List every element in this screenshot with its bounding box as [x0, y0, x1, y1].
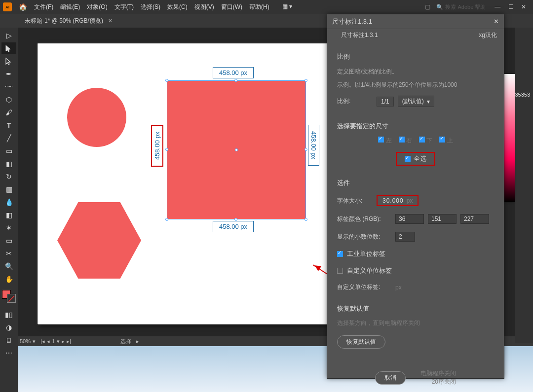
hand-tool[interactable]: ✋ [1, 273, 16, 285]
hexagon-shape[interactable] [57, 202, 141, 279]
chk-custom-unit[interactable] [337, 268, 343, 274]
gradient-tool[interactable]: ◧ [1, 209, 16, 221]
scale-default-select[interactable]: (默认值) ▾ [398, 96, 434, 107]
menu-window[interactable]: 窗口(W) [218, 1, 245, 13]
brush-tool[interactable]: 🖌 [1, 107, 16, 118]
no-tool-icon[interactable]: ▷ [1, 30, 16, 41]
page-chevron-icon[interactable]: ▾ [57, 338, 60, 345]
rgb-r-input[interactable] [395, 214, 424, 224]
custom-unit-label: 自定义单位标签: [337, 283, 391, 291]
page-number[interactable]: 1 [52, 338, 55, 344]
restore-section-title: 恢复默认值 [337, 304, 494, 313]
eyedropper-tool[interactable]: 💧 [1, 196, 16, 208]
lbl-right: 右 [406, 137, 412, 144]
zoom-value[interactable]: 50% [20, 338, 31, 344]
circle-shape[interactable] [67, 88, 126, 147]
rgb-b-input[interactable] [460, 214, 489, 224]
handle-w[interactable] [165, 148, 168, 151]
menu-select[interactable]: 选择(S) [138, 1, 163, 13]
status-caret-icon[interactable]: ▸ [136, 338, 139, 345]
help-search[interactable]: 🔍 搜索 Adobe 帮助 [436, 3, 486, 11]
screen-mode-icon[interactable]: 🖥 [1, 334, 16, 346]
menu-help[interactable]: 帮助(H) [246, 1, 272, 13]
type-tool[interactable]: T [1, 119, 16, 131]
artboard-tool[interactable]: ▭ [1, 235, 16, 247]
draw-mode-icon[interactable]: ◑ [1, 321, 16, 333]
right-panel-strip[interactable] [515, 28, 533, 343]
width-tool[interactable]: ▥ [1, 183, 16, 195]
custom-unit-value: px [395, 284, 402, 291]
curvature-tool[interactable]: 〰 [1, 81, 16, 93]
chk-select-all[interactable] [405, 156, 411, 162]
chk-right[interactable] [399, 137, 405, 143]
direct-select-tool[interactable] [1, 55, 16, 67]
more-tools-icon[interactable]: ⋯ [1, 347, 16, 359]
font-size-value[interactable]: 30.000 [382, 197, 404, 204]
handle-sw[interactable] [165, 218, 168, 221]
pen-tool[interactable]: ✒ [1, 68, 16, 80]
slice-tool[interactable]: ✂ [1, 248, 16, 259]
custom-unit-checkbox-label: 自定义单位标签 [347, 266, 392, 275]
handle-e[interactable] [305, 148, 307, 151]
chk-industrial[interactable] [337, 251, 343, 257]
rgb-g-input[interactable] [428, 214, 457, 224]
scale-label: 比例: [337, 97, 373, 106]
zoom-tool[interactable]: 🔍 [1, 260, 16, 272]
doc-icon[interactable]: ▢ [425, 3, 430, 10]
shape-tool[interactable]: ▭ [1, 145, 16, 157]
selection-outline [167, 80, 306, 219]
minimize-icon[interactable]: — [495, 3, 500, 10]
restore-icon[interactable]: ☐ [508, 3, 514, 10]
menu-effect[interactable]: 效果(C) [164, 1, 190, 13]
nav-first-icon[interactable]: |◂ [40, 338, 45, 345]
line-tool[interactable]: ╱ [1, 132, 16, 144]
handle-n[interactable] [234, 79, 237, 82]
close-icon[interactable]: ✕ [521, 3, 526, 10]
tab-close-icon[interactable]: ✕ [108, 18, 113, 24]
handle-nw[interactable] [165, 79, 168, 82]
decimals-label: 显示的小数位数: [337, 233, 391, 241]
scale-desc-2: 示例。以1/4比例显示的250个单位显示为1000 [337, 80, 494, 90]
nav-last-icon[interactable]: ▸| [67, 338, 71, 345]
menu-view[interactable]: 视图(V) [191, 1, 217, 13]
menu-text[interactable]: 文字(T) [112, 1, 137, 13]
zoom-chevron-icon[interactable]: ▾ [33, 338, 36, 345]
symbol-tool[interactable]: ✶ [1, 222, 16, 234]
fill-swatch[interactable] [2, 290, 16, 303]
polygon-tool[interactable]: ⬡ [1, 94, 16, 106]
eraser-tool[interactable]: ◧ [1, 158, 16, 170]
chk-top[interactable] [419, 137, 425, 143]
handle-center[interactable] [235, 148, 238, 151]
nav-prev-icon[interactable]: ◂ [47, 338, 50, 345]
document-tab[interactable]: 未标题-1* @ 50% (RGB/预览) ✕ [21, 15, 116, 27]
nav-next-icon[interactable]: ▸ [62, 338, 65, 345]
handle-ne[interactable] [305, 79, 307, 82]
menu-layout-icon[interactable]: ▦ ▾ [279, 1, 295, 13]
chk-left[interactable] [378, 137, 384, 143]
lbl-top: 下 [426, 137, 432, 144]
panel-subtitle: 尺寸标注1.3.1 [341, 31, 378, 39]
restore-defaults-button[interactable]: 恢复默认值 [337, 335, 385, 349]
menu-file[interactable]: 文件(F) [31, 1, 56, 13]
cancel-button[interactable]: 取消 [375, 371, 406, 385]
menu-object[interactable]: 对象(O) [84, 1, 110, 13]
select-all-highlight: 全选 [396, 152, 435, 166]
dim-bottom: 458.00 px [213, 221, 254, 232]
panel-close-icon[interactable]: ✕ [494, 18, 499, 25]
selection-tool[interactable] [1, 42, 16, 54]
dim-top: 458.00 px [213, 67, 254, 78]
home-icon[interactable]: 🏠 [19, 3, 27, 11]
handle-se[interactable] [305, 218, 307, 221]
color-mode-row[interactable]: ▮▯ [1, 309, 16, 321]
scale-value-select[interactable]: 1/1 [377, 97, 394, 107]
app-icon: Ai [3, 2, 12, 11]
footer-ghost-1: 电脑程序关闭 [420, 369, 456, 378]
font-size-label: 字体大小: [337, 197, 373, 205]
decimals-input[interactable] [395, 232, 415, 242]
rotate-tool[interactable]: ↻ [1, 171, 16, 182]
menu-edit[interactable]: 编辑(E) [57, 1, 83, 13]
chk-bottom[interactable] [439, 137, 445, 143]
app-menubar: Ai 🏠 文件(F) 编辑(E) 对象(O) 文字(T) 选择(S) 效果(C)… [0, 0, 533, 14]
font-size-unit: px [407, 197, 413, 204]
search-icon: 🔍 [436, 4, 443, 10]
